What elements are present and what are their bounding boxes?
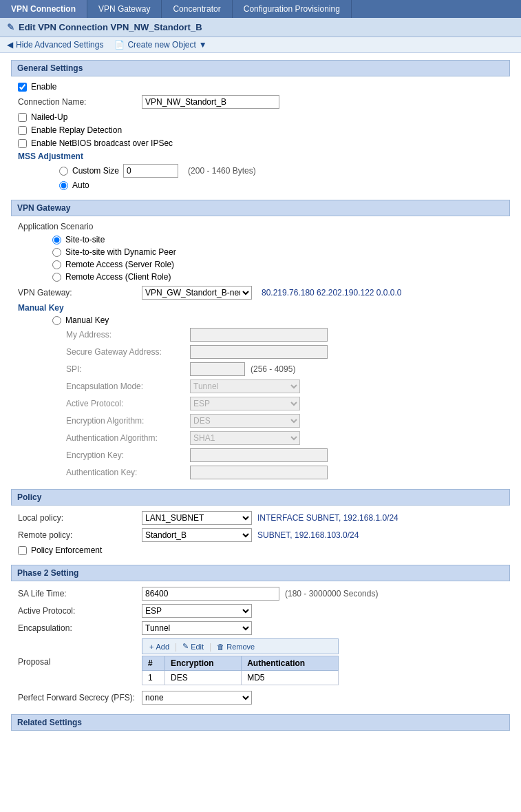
replay-detection-checkbox[interactable] [18,126,27,135]
phase2-active-proto-row: Active Protocol: ESP [11,604,510,618]
spi-input[interactable] [190,362,245,376]
secure-gw-input[interactable] [190,345,328,359]
vpn-gateway-label: VPN Gateway: [18,288,142,298]
site-to-site-radio[interactable] [52,236,61,244]
edit-icon: ✎ [7,22,14,32]
remote-server-radio[interactable] [52,260,61,269]
active-proto-select[interactable]: ESP [190,397,300,410]
trash-icon: 🗑 [217,643,224,651]
remote-client-radio[interactable] [52,273,61,282]
add-proposal-btn[interactable]: + Add [147,642,172,652]
gateway-ip-text: 80.219.76.180 62.202.190.122 0.0.0.0 [262,288,402,298]
title-bar: ✎ Edit VPN Connection VPN_NW_Standort_B [0,18,521,37]
proposal-num: 1 [142,671,165,685]
nailed-up-checkbox[interactable] [18,113,27,122]
app-scenario-label-row: Application Scenario [11,222,510,231]
general-settings-header: General Settings [11,60,510,76]
replay-detection-row: Enable Replay Detection [11,125,510,135]
manual-key-radio[interactable] [52,316,61,325]
proposal-row: Proposal + Add | ✎ Edit | 🗑 Remove [11,638,510,685]
manual-key-radio-row: Manual Key [11,315,510,325]
netbios-label: Enable NetBIOS broadcast over IPSec [31,138,173,148]
vpn-gateway-section: VPN Gateway Application Scenario Site-to… [11,200,510,479]
local-policy-select[interactable]: LAN1_SUBNET [142,511,252,525]
vpn-gateway-select[interactable]: VPN_GW_Standort_B-neu [142,286,252,300]
site-dynamic-radio[interactable] [52,248,61,257]
enc-key-input[interactable] [190,448,328,462]
add-icon: + [149,643,153,651]
custom-size-radio[interactable] [59,167,68,176]
connection-name-input[interactable]: VPN_NW_Standort_B [142,95,279,109]
proposal-row-1[interactable]: 1 DES MD5 [142,671,339,685]
remove-proposal-btn[interactable]: 🗑 Remove [214,642,257,652]
proposal-controls: + Add | ✎ Edit | 🗑 Remove [142,638,339,685]
hide-advanced-btn[interactable]: ◀ Hide Advanced Settings [7,40,103,50]
auth-key-row: Authentication Key: [11,466,510,479]
connection-name-row: Connection Name: VPN_NW_Standort_B [11,95,510,109]
auth-algo-select[interactable]: SHA1 [190,431,300,445]
add-label: Add [156,643,169,651]
gateway-select-group: VPN_GW_Standort_B-neu 80.219.76.180 62.2… [142,286,402,300]
scenario-site-dynamic: Site-to-site with Dynamic Peer [11,247,510,257]
encap-mode-label: Encapsulation Mode: [66,382,190,391]
proposal-header-row: # Encryption Authentication [142,656,339,671]
mss-section: MSS Adjustment Custom Size (200 - 1460 B… [11,152,510,190]
nailed-up-row: Nailed-Up [11,112,510,122]
phase2-section: Phase 2 Setting SA Life Time: (180 - 300… [11,565,510,705]
encapsulation-label: Encapsulation: [18,623,142,633]
edit-proposal-btn[interactable]: ✎ Edit [180,641,206,652]
nailed-up-label: Nailed-Up [31,112,67,122]
sa-lifetime-input[interactable] [142,587,279,601]
app-scenario-label: Application Scenario [18,222,142,231]
related-settings-header: Related Settings [11,714,510,731]
tab-vpn-gateway[interactable]: VPN Gateway [87,0,162,18]
netbios-checkbox[interactable] [18,139,27,148]
auth-algo-row: Authentication Algorithm: SHA1 [11,431,510,445]
mss-label: MSS Adjustment [18,152,510,161]
hide-icon: ◀ [7,40,13,50]
policy-enforcement-row: Policy Enforcement [11,545,510,555]
policy-enforcement-checkbox[interactable] [18,546,27,555]
pfs-select[interactable]: none [142,691,252,705]
phase2-header: Phase 2 Setting [11,565,510,581]
my-address-input[interactable] [190,328,328,342]
enable-checkbox[interactable] [18,83,27,92]
remote-policy-select[interactable]: Standort_B [142,528,252,542]
local-policy-row: Local policy: LAN1_SUBNET INTERFACE SUBN… [11,511,510,525]
remove-label: Remove [226,643,255,651]
vpn-gateway-header: VPN Gateway [11,200,510,216]
col-authentication: Authentication [242,656,339,671]
enc-algo-select[interactable]: DES [190,414,300,428]
create-new-object-btn[interactable]: 📄 Create new Object ▼ [114,40,206,50]
tab-vpn-connection[interactable]: VPN Connection [0,0,87,18]
auto-row: Auto [18,180,510,190]
remote-policy-extra: SUBNET, 192.168.103.0/24 [257,530,359,540]
hide-advanced-label: Hide Advanced Settings [16,40,103,50]
dropdown-arrow-icon: ▼ [199,40,207,50]
tab-concentrator[interactable]: Concentrator [162,0,232,18]
auto-radio[interactable] [59,181,68,190]
netbios-row: Enable NetBIOS broadcast over IPSec [11,138,510,148]
edit-label: Edit [191,643,204,651]
enc-algo-label: Encryption Algorithm: [66,416,190,426]
phase2-active-proto-select[interactable]: ESP [142,604,252,618]
encapsulation-select[interactable]: Tunnel [142,621,252,635]
policy-enforcement-label: Policy Enforcement [31,545,102,555]
separator1: | [175,642,177,652]
proposal-label: Proposal [18,657,142,667]
custom-size-input[interactable] [123,164,178,178]
page-title: Edit VPN Connection VPN_NW_Standort_B [19,22,202,32]
manual-key-link[interactable]: Manual Key [11,303,510,313]
spi-row: SPI: (256 - 4095) [11,362,510,376]
col-encryption: Encryption [165,656,242,671]
local-policy-extra: INTERFACE SUBNET, 192.168.1.0/24 [257,513,398,523]
my-address-row: My Address: [11,328,510,342]
active-proto-row: Active Protocol: ESP [11,397,510,410]
remote-server-label: Remote Access (Server Role) [65,260,174,269]
encap-mode-select[interactable]: Tunnel [190,379,300,393]
spi-label: SPI: [66,364,190,374]
enc-key-row: Encryption Key: [11,448,510,462]
tab-config-provisioning[interactable]: Configuration Provisioning [233,0,352,18]
auth-key-input[interactable] [190,466,328,479]
scenario-remote-server: Remote Access (Server Role) [11,260,510,269]
